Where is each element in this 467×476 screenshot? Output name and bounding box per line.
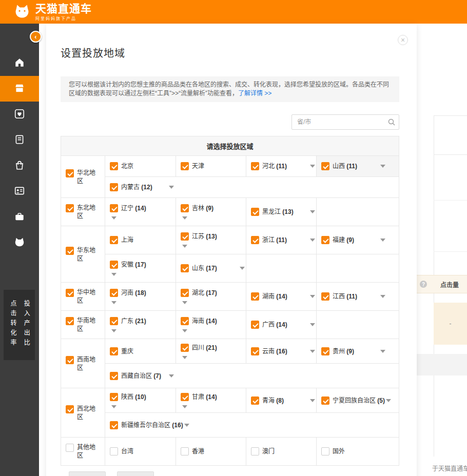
close-button[interactable]: × [398,35,408,45]
sidebar-item-favorites[interactable] [0,102,39,127]
province-cell[interactable]: 天津 [176,156,246,176]
dropdown-arrow-icon[interactable] [182,245,187,248]
province-cell[interactable]: 内蒙古 (12) [105,177,399,197]
province-cell[interactable]: 河南 (18) [105,283,176,310]
region-group-label[interactable]: 华北地区 [61,156,105,197]
checkbox[interactable] [181,232,189,241]
region-group-label[interactable]: 华中地区 [61,283,105,310]
checkbox[interactable] [181,344,189,352]
checkbox[interactable] [110,261,118,269]
dropdown-arrow-icon[interactable] [182,405,187,408]
checkbox[interactable] [66,405,74,413]
checkbox[interactable] [181,162,189,170]
province-cell[interactable]: 福建 (9) [316,226,399,254]
checkbox[interactable] [110,347,118,355]
province-cell[interactable]: 辽宁 (14) [105,198,176,226]
select-all-button[interactable]: 全部选中 [69,471,106,476]
dropdown-arrow-icon[interactable] [182,329,187,332]
sidebar-item-tools[interactable] [0,204,39,230]
checkbox[interactable] [181,317,189,325]
search-icon[interactable] [388,118,395,126]
province-cell[interactable]: 台湾 [105,438,176,465]
checkbox[interactable] [321,347,329,355]
checkbox[interactable] [66,169,74,177]
checkbox[interactable] [110,236,118,244]
dropdown-arrow-icon[interactable] [182,216,187,220]
search-input[interactable] [291,114,399,130]
sidebar-metric-panel[interactable]: 点击转化率 投入产出比 [4,290,35,360]
province-cell[interactable]: 北京 [105,156,176,176]
dropdown-arrow-icon[interactable] [169,186,174,189]
province-cell[interactable]: 香港 [176,438,246,465]
checkbox[interactable] [251,347,259,355]
province-cell[interactable]: 宁夏回族自治区 (5) [316,388,399,412]
checkbox[interactable] [181,264,189,272]
checkbox[interactable] [321,236,329,244]
province-cell[interactable]: 甘肃 (14) [176,388,246,412]
checkbox[interactable] [110,289,118,297]
province-cell[interactable]: 湖北 (17) [176,283,246,310]
sidebar-item-account[interactable] [0,179,39,204]
province-cell[interactable]: 上海 [105,226,176,254]
province-cell[interactable]: 海南 (14) [176,311,246,339]
sidebar-item-home[interactable] [0,50,39,76]
dropdown-arrow-icon[interactable] [310,350,315,353]
dropdown-arrow-icon[interactable] [380,295,385,298]
province-cell[interactable]: 广西 (14) [246,311,316,339]
province-cell[interactable]: 山西 (11) [316,156,399,176]
region-group-label[interactable]: 其他地区 [61,438,105,465]
checkbox[interactable] [110,421,118,429]
dropdown-arrow-icon[interactable] [310,165,315,168]
checkbox[interactable] [251,321,259,329]
sidebar-item-reports[interactable] [0,127,39,153]
deselect-all-button[interactable]: 全部取消 [117,471,154,476]
province-cell[interactable]: 吉林 (9) [176,198,246,226]
province-cell[interactable]: 陕西 (10) [105,388,176,412]
province-cell[interactable]: 江苏 (13) [176,226,246,254]
checkbox[interactable] [251,162,259,170]
checkbox[interactable] [251,236,259,244]
region-group-label[interactable]: 西北地区 [61,388,105,437]
checkbox[interactable] [321,447,329,455]
province-cell[interactable]: 江西 (11) [316,283,399,310]
province-cell[interactable]: 浙江 (11) [246,226,316,254]
dropdown-arrow-icon[interactable] [380,165,385,168]
checkbox[interactable] [181,289,189,297]
info-link[interactable]: 了解详情 >> [238,90,271,97]
region-group-label[interactable]: 华东地区 [61,226,105,282]
logo[interactable]: 天猫直通车 阿里妈妈旗下产品 [13,3,92,21]
checkbox[interactable] [181,393,189,401]
checkbox[interactable] [251,447,259,455]
sidebar-item-shop[interactable] [0,153,39,179]
dropdown-arrow-icon[interactable] [111,405,116,408]
dropdown-arrow-icon[interactable] [310,323,315,326]
checkbox[interactable] [251,396,259,405]
dropdown-arrow-icon[interactable] [184,424,189,427]
province-cell[interactable]: 云南 (16) [246,339,316,363]
province-cell[interactable]: 山东 (17) [176,254,246,282]
province-cell[interactable]: 贵州 (9) [316,339,399,363]
checkbox[interactable] [321,396,329,405]
province-cell[interactable]: 西藏自治区 (7) [105,364,399,388]
province-cell[interactable]: 四川 (21) [176,339,246,363]
checkbox[interactable] [110,393,118,401]
checkbox[interactable] [321,292,329,301]
help-icon[interactable]: ? [420,281,427,288]
dropdown-arrow-icon[interactable] [111,301,116,304]
dropdown-arrow-icon[interactable] [386,399,391,402]
province-cell[interactable]: 黑龙江 (13) [246,198,316,226]
dropdown-arrow-icon[interactable] [310,295,315,298]
checkbox[interactable] [181,204,189,212]
dropdown-arrow-icon[interactable] [380,350,385,353]
region-group-label[interactable]: 华南地区 [61,311,105,339]
checkbox[interactable] [66,204,74,212]
province-cell[interactable]: 重庆 [105,339,176,363]
checkbox[interactable] [66,247,74,255]
province-cell[interactable]: 国外 [316,438,399,465]
dropdown-arrow-icon[interactable] [240,267,245,270]
province-cell[interactable]: 青海 (8) [246,388,316,412]
sidebar-item-campaigns[interactable] [0,76,39,102]
checkbox[interactable] [110,162,118,170]
dropdown-arrow-icon[interactable] [111,329,116,332]
bg-footer-link[interactable]: 于天猫直通车 [432,464,467,472]
